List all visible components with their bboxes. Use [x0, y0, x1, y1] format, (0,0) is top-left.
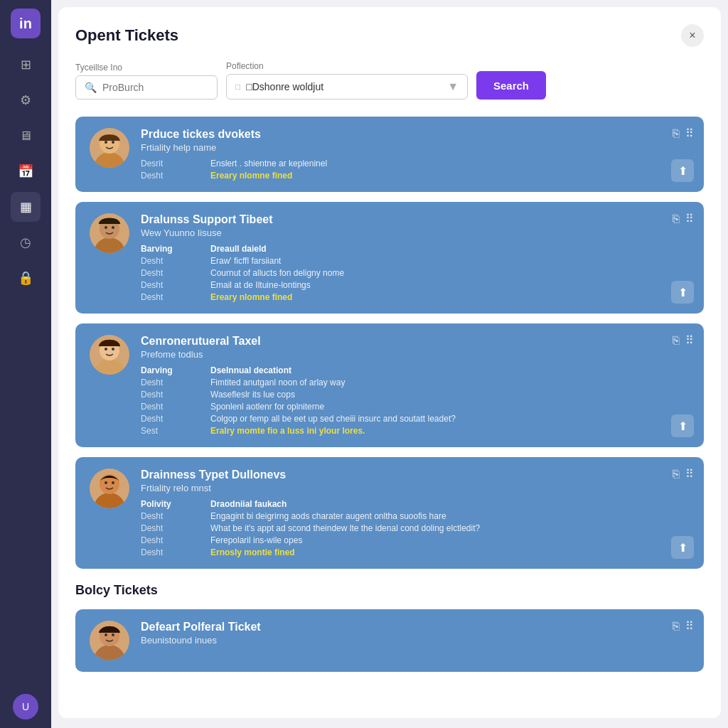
copy-icon[interactable]: ⎘ [673, 620, 680, 633]
svg-point-10 [105, 348, 107, 350]
ticket-subtitle: Frtiality relo mnst [141, 483, 690, 493]
detail-value-bold: DseInnual decationt [210, 365, 690, 375]
policy-section-title: Bolcy Tickets [75, 583, 704, 598]
copy-icon[interactable]: ⎘ [673, 127, 680, 140]
sidebar-item-clock[interactable]: ◷ [11, 228, 41, 257]
detail-label-bold: Polivity [141, 499, 205, 509]
detail-value-bold: Dreaull daield [210, 244, 690, 254]
svg-point-0 [94, 152, 125, 168]
grid-icon[interactable]: ⠿ [685, 212, 694, 225]
ticket-details: Desrit Enslert . shientne ar kepleninel … [141, 159, 690, 181]
avatar [90, 213, 129, 253]
grid-icon[interactable]: ⠿ [685, 127, 694, 140]
detail-label: Desht [141, 378, 205, 387]
detail-value: Ferepolaril ins-wile opes [210, 535, 690, 545]
upload-button[interactable]: ⬆ [671, 536, 694, 559]
avatar [90, 621, 129, 660]
sidebar-bottom: U [13, 694, 38, 719]
detail-label: Desht [141, 511, 205, 521]
detail-label: Sest [141, 426, 205, 436]
ticket-card-inner: Dralunss Support Tibeet Wew Yuunno Iisus… [90, 213, 690, 302]
sidebar: in ⊞ ⚙ 🖥 📅 ▦ ◷ 🔒 U [0, 0, 51, 728]
ticket-details: Polivity Draodniial faukach Desht Engagi… [141, 499, 690, 557]
detail-label: Desht [141, 171, 205, 181]
search-icon: 🔍 [85, 82, 97, 93]
ticket-card-inner: Prduce tickes dvokets Frtiality help nam… [90, 128, 690, 181]
collection-icon: □ [235, 82, 240, 92]
detail-value: Eraw' ficffl farsiiant [210, 256, 690, 266]
detail-value: Engagint bi deigrirng aods charater auge… [210, 511, 690, 521]
ticket-actions: ⎘ ⠿ [673, 467, 694, 481]
detail-value-highlight: Ernosly montie fined [210, 547, 690, 557]
upload-button[interactable]: ⬆ [671, 281, 694, 304]
sidebar-item-lock[interactable]: 🔒 [11, 263, 41, 293]
section-divider: Bolcy Tickets [75, 583, 704, 598]
sidebar-item-table[interactable]: ▦ [11, 192, 41, 222]
sidebar-item-settings[interactable]: ⚙ [11, 85, 41, 115]
close-button[interactable]: × [681, 24, 704, 47]
detail-label: Desht [141, 268, 205, 278]
svg-point-15 [112, 481, 114, 484]
chevron-down-icon: ▼ [447, 80, 459, 93]
ticket-card-inner: Cenronerutueral Taxel Prefome todlus Dar… [90, 335, 690, 436]
detail-value: Cournut of allucts fon deligny nome [210, 268, 690, 278]
ticket-info: Dralunss Support Tibeet Wew Yuunno Iisus… [141, 213, 690, 302]
detail-label: Desht [141, 402, 205, 412]
ticket-subtitle: Wew Yuunno Iisuse [141, 228, 690, 238]
type-label: Tyceillse Ino [75, 63, 218, 73]
ticket-details: Barving Dreaull daield Desht Eraw' ficff… [141, 244, 690, 302]
grid-icon[interactable]: ⠿ [685, 467, 694, 481]
ticket-title: Drainness Typet Dullonevs [141, 469, 690, 481]
copy-icon[interactable]: ⎘ [673, 213, 680, 225]
ticket-actions: ⎘ ⠿ [673, 212, 694, 225]
collection-select-wrapper: □ □Dshonre woldjut ▼ [226, 74, 468, 100]
collection-label: Poflection [226, 61, 468, 71]
search-input[interactable] [102, 82, 208, 93]
ticket-subtitle: Beunistound inues [141, 635, 690, 646]
svg-point-2 [105, 141, 107, 144]
svg-point-4 [94, 237, 125, 253]
logo-icon: in [19, 16, 32, 32]
svg-point-7 [112, 226, 114, 229]
ticket-card: Cenronerutueral Taxel Prefome todlus Dar… [75, 323, 704, 447]
detail-value-highlight: Ereary nlomne fined [210, 171, 690, 181]
page-title: Opent Tickets [75, 26, 178, 45]
detail-label: Desht [141, 390, 205, 400]
upload-button[interactable]: ⬆ [671, 159, 694, 182]
detail-label: Desht [141, 256, 205, 266]
copy-icon[interactable]: ⎘ [673, 334, 680, 347]
search-bar: Tyceillse Ino 🔍 Poflection □ □Dshonre wo… [75, 61, 704, 100]
detail-label: Desht [141, 523, 205, 533]
detail-label: Desht [141, 292, 205, 302]
copy-icon[interactable]: ⎘ [673, 468, 680, 481]
ticket-subtitle: Frtiality help name [141, 142, 690, 153]
upload-button[interactable]: ⬆ [671, 414, 694, 437]
sidebar-logo[interactable]: in [11, 9, 41, 38]
collection-field-group: Poflection □ □Dshonre woldjut ▼ [226, 61, 468, 100]
main-content: Opent Tickets × Tyceillse Ino 🔍 Poflecti… [51, 0, 728, 728]
detail-value: What be it's appt ad scond theindew lte … [210, 523, 690, 533]
ticket-title: Dralunss Support Tibeet [141, 213, 690, 226]
detail-value: Wasefleslr its lue cops [210, 390, 690, 400]
open-tickets-list: Prduce tickes dvokets Frtiality help nam… [75, 117, 704, 569]
sidebar-avatar[interactable]: U [13, 694, 38, 719]
grid-icon[interactable]: ⠿ [685, 333, 694, 347]
svg-point-18 [105, 633, 107, 636]
svg-point-14 [105, 481, 107, 484]
panel-header: Opent Tickets × [75, 24, 704, 47]
collection-select[interactable]: □Dshonre woldjut [246, 81, 441, 92]
avatar [90, 335, 129, 375]
svg-point-3 [112, 141, 114, 144]
detail-label: Desrit [141, 159, 205, 168]
search-button[interactable]: Search [476, 71, 546, 100]
avatar [90, 469, 129, 508]
type-field-group: Tyceillse Ino 🔍 [75, 63, 218, 100]
ticket-actions: ⎘ ⠿ [673, 333, 694, 347]
policy-ticket-card: Defeart Polferal Ticket Beunistound inue… [75, 609, 704, 672]
sidebar-item-calendar[interactable]: 📅 [11, 156, 41, 186]
sidebar-item-grid[interactable]: ⊞ [11, 50, 41, 80]
grid-icon[interactable]: ⠿ [685, 619, 694, 633]
sidebar-item-monitor[interactable]: 🖥 [11, 121, 41, 151]
ticket-card: Prduce tickes dvokets Frtiality help nam… [75, 117, 704, 192]
svg-point-11 [112, 348, 114, 350]
